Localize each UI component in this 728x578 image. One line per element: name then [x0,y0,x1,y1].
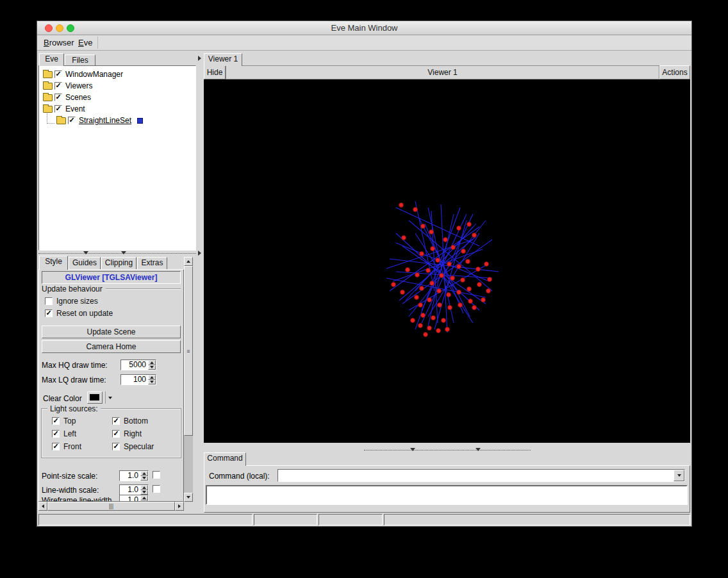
zoom-button[interactable] [67,24,74,32]
tab-guides[interactable]: Guides [69,257,101,269]
style-vscrollbar[interactable]: ≡ [184,257,193,502]
minimize-button[interactable] [56,24,63,32]
update-scene-button[interactable]: Update Scene [42,326,181,338]
gl-viewport[interactable] [204,79,690,443]
line-width-checkbox[interactable] [153,485,160,493]
tree-checkbox[interactable]: ✓ [54,82,62,90]
reset-on-update-checkbox[interactable]: ✓ [45,310,53,317]
tree-item-label[interactable]: Event [64,104,85,113]
command-output[interactable] [206,485,688,505]
combo-dropdown-button[interactable] [674,470,684,481]
light-front-row: ✓ Front [52,442,81,451]
tree-item-label[interactable]: Scenes [64,93,91,102]
scrollbar-grip: ||| [109,503,113,509]
tree-item-label[interactable]: Viewers [64,81,92,90]
spin-down-icon[interactable] [140,476,148,481]
menu-divider [97,37,98,49]
right-splitter[interactable] [204,447,690,452]
splitter-dots [38,253,196,254]
scroll-up-icon[interactable] [184,257,193,266]
tree-item-event[interactable]: ✓ Event [39,103,195,115]
update-behaviour-header: Update behaviour [42,285,181,293]
line-width-spinner[interactable]: 1.0 [119,484,149,495]
title-bar[interactable]: Eve Main Window [37,21,691,35]
clear-color-dropdown[interactable] [105,392,114,404]
point-size-checkbox[interactable] [153,471,160,479]
scene-tree[interactable]: ✓ WindowManager ✓ Viewers ✓ Scenes ✓ Eve… [38,65,196,251]
close-button[interactable] [45,24,53,32]
tree-checkbox[interactable]: ✓ [54,70,62,78]
light-specular-checkbox[interactable]: ✓ [112,443,120,450]
viewer-actions-button[interactable]: Actions [659,65,690,79]
light-bottom-checkbox[interactable]: ✓ [112,417,120,425]
light-top-checkbox[interactable]: ✓ [52,417,60,425]
tab-extras[interactable]: Extras [137,257,167,269]
eve-main-window: Eve Main Window Browser Eve Eve Files ✓ … [37,21,692,527]
glviewer-title: GLViewer [TGLSAViewer] [42,271,181,284]
tree-item-viewers[interactable]: ✓ Viewers [39,80,195,92]
ignore-sizes-checkbox[interactable] [45,297,53,305]
viewer-hide-button[interactable]: Hide [204,65,226,79]
tree-item-straightlineset[interactable]: ✓ StraightLineSet [39,115,195,126]
hscrollbar-thumb[interactable]: ||| [47,502,175,511]
main-splitter[interactable] [196,51,204,511]
spin-down-icon[interactable] [148,380,156,385]
tab-command[interactable]: Command [204,452,246,466]
wireframe-spinner[interactable]: 1.0 [119,495,149,502]
window-title: Eve Main Window [331,23,397,33]
spin-up-icon[interactable] [140,485,148,490]
point-size-spinner[interactable]: 1.0 [119,470,149,481]
tree-item-label[interactable]: WindowManager [64,70,123,79]
command-label: Command (local): [209,472,270,481]
spin-up-icon[interactable] [140,495,148,500]
light-right-checkbox[interactable]: ✓ [112,430,120,438]
scene-svg [204,79,690,443]
command-combobox[interactable] [277,469,685,482]
spin-up-icon[interactable] [148,360,156,365]
tab-viewer1[interactable]: Viewer 1 [204,53,242,66]
vscrollbar-thumb[interactable]: ≡ [184,266,193,436]
viewer-title-bar[interactable]: Viewer 1 [226,65,659,79]
max-lq-spinner[interactable]: 100 [120,374,156,385]
splitter-collapse-icon[interactable] [476,448,481,451]
splitter-collapse-icon[interactable] [121,251,126,254]
left-splitter[interactable] [38,251,196,256]
clear-color-label: Clear Color [43,394,82,403]
tab-eve[interactable]: Eve [39,53,64,66]
folder-icon [56,117,66,124]
splitter-collapse-icon[interactable] [83,251,88,254]
tree-connector [47,113,54,124]
chevron-down-icon [677,474,681,477]
splitter-collapse-icon[interactable] [410,448,415,451]
splitter-collapse-icon[interactable] [198,251,201,256]
tab-files[interactable]: Files [65,54,95,66]
clear-color-swatch[interactable] [87,392,103,404]
ignore-sizes-row: Ignore sizes [45,297,98,306]
scroll-right-icon[interactable] [175,502,184,511]
max-hq-spinner[interactable]: 5000 [120,359,156,370]
light-front-checkbox[interactable]: ✓ [52,443,60,450]
scroll-down-icon[interactable] [184,493,193,502]
camera-home-button[interactable]: Camera Home [42,340,181,353]
tree-checkbox[interactable]: ✓ [68,117,76,124]
style-hscrollbar[interactable]: ||| [38,502,184,511]
tree-item-scenes[interactable]: ✓ Scenes [39,92,195,103]
tree-item-windowmanager[interactable]: ✓ WindowManager [39,69,195,80]
tree-checkbox[interactable]: ✓ [54,94,62,101]
tree-checkbox[interactable]: ✓ [54,105,62,113]
tab-clipping[interactable]: Clipping [101,257,136,269]
splitter-collapse-icon[interactable] [198,56,201,61]
folder-open-icon [43,106,53,113]
menu-eve[interactable]: Eve [73,35,97,50]
clear-color-swatch-inner [90,394,99,400]
scroll-left-icon[interactable] [38,502,47,511]
spin-down-icon[interactable] [148,365,156,370]
tree-item-label[interactable]: StraightLineSet [78,116,131,125]
command-input[interactable] [278,470,674,481]
spin-up-icon[interactable] [148,375,156,380]
status-segment [318,514,383,525]
spin-down-icon[interactable] [140,490,148,495]
spin-up-icon[interactable] [140,471,148,476]
light-left-checkbox[interactable]: ✓ [52,430,60,438]
tab-style[interactable]: Style [39,256,68,270]
